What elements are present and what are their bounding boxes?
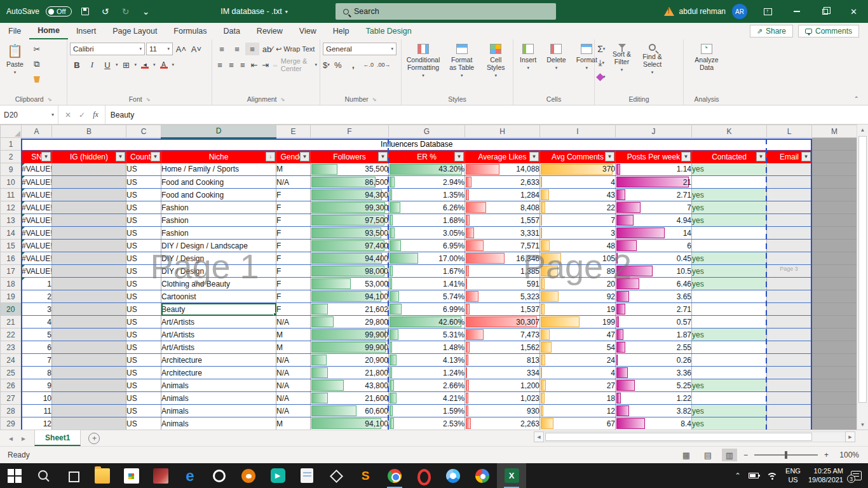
table-header-ig-hidden-[interactable]: IG (hidden)▼ — [52, 151, 126, 163]
column-header-I[interactable]: I — [540, 125, 616, 138]
cancel-entry-icon[interactable]: ✕ — [65, 111, 71, 119]
table-header-contacted[interactable]: Contacted▼ — [692, 151, 767, 163]
cell[interactable]: 2.55 — [616, 341, 692, 354]
cell-gender[interactable]: N/A — [276, 354, 311, 367]
cell-ig[interactable] — [52, 189, 126, 201]
table-header-followers[interactable]: Followers▼ — [311, 151, 389, 163]
column-header-H[interactable]: H — [465, 125, 540, 138]
row-header-21[interactable]: 21 — [1, 316, 22, 329]
cell-niche[interactable]: DIY / Design / Landscape — [161, 240, 276, 252]
cell[interactable] — [812, 176, 857, 189]
font-size-select[interactable]: 11▾ — [146, 43, 173, 55]
cell-country[interactable]: US — [126, 303, 161, 316]
decrease-font-button[interactable]: A˅ — [189, 43, 203, 55]
cell-country[interactable]: US — [126, 163, 161, 176]
cell-niche[interactable]: Architecture — [161, 354, 276, 367]
borders-button[interactable]: ⊞ — [119, 58, 133, 71]
cell[interactable] — [812, 392, 857, 405]
cell-niche[interactable]: DIY / Design — [161, 265, 276, 278]
chrome-taskbar-button[interactable] — [380, 463, 409, 488]
cell[interactable]: 8.4 — [616, 417, 692, 430]
cell[interactable]: 97,400 — [311, 240, 389, 252]
cell-sn[interactable]: 9 — [22, 379, 52, 392]
cell-sn[interactable]: 3 — [22, 303, 52, 316]
cell-ig[interactable] — [52, 354, 126, 367]
cell[interactable]: 3.82 — [616, 405, 692, 417]
comments-button[interactable]: Comments — [798, 25, 859, 37]
row-header-11[interactable]: 11 — [1, 189, 22, 201]
clear-button[interactable]: ▾ — [597, 71, 606, 83]
zoom-slider[interactable] — [754, 454, 818, 456]
table-header-er-[interactable]: ER %▼ — [389, 151, 465, 163]
row-header-16[interactable]: 16 — [1, 252, 22, 265]
restore-button[interactable] — [811, 0, 839, 23]
normal-view-button[interactable]: ▦ — [679, 449, 694, 461]
cell[interactable]: 3 — [540, 227, 616, 240]
cell-gender[interactable]: F — [276, 189, 311, 201]
sublime-text-taskbar-button[interactable]: S — [351, 463, 380, 488]
cell-email[interactable] — [767, 189, 812, 201]
row-header-17[interactable]: 17 — [1, 265, 22, 278]
fill-color-button[interactable]: ◂ — [138, 58, 152, 71]
row-header-27[interactable]: 27 — [1, 392, 22, 405]
row-header-25[interactable]: 25 — [1, 367, 22, 379]
cell-contacted[interactable]: yes — [692, 417, 767, 430]
cell[interactable]: 22 — [540, 201, 616, 214]
row-header-23[interactable]: 23 — [1, 341, 22, 354]
cell-email[interactable] — [767, 201, 812, 214]
table-header-average-likes[interactable]: Average Likes▼ — [465, 151, 540, 163]
cell[interactable]: 334 — [465, 367, 540, 379]
cell-country[interactable]: US — [126, 329, 161, 341]
cell-contacted[interactable] — [692, 240, 767, 252]
cell-email[interactable] — [767, 367, 812, 379]
row-header-13[interactable]: 13 — [1, 214, 22, 227]
cell[interactable]: 591 — [465, 278, 540, 290]
insert-cells-button[interactable]: Insert▾ — [516, 41, 540, 93]
cell-country[interactable]: US — [126, 367, 161, 379]
cell-sn[interactable]: 2 — [22, 290, 52, 303]
cell[interactable] — [812, 417, 857, 430]
filter-dropdown-icon[interactable]: ▼ — [378, 152, 388, 161]
cell-gender[interactable]: F — [276, 265, 311, 278]
undo-button[interactable]: ↺ — [98, 4, 112, 18]
cell[interactable]: 1,562 — [465, 341, 540, 354]
cell-ig[interactable] — [52, 316, 126, 329]
google-app-taskbar-button[interactable] — [468, 463, 497, 488]
table-header-niche[interactable]: Niche↓ — [161, 151, 276, 163]
cell[interactable]: 43.20% — [389, 163, 465, 176]
alignment-dialog-launcher[interactable]: ⇘ — [281, 97, 285, 102]
cell[interactable]: 4.94 — [616, 214, 692, 227]
task-view-taskbar-button[interactable] — [58, 463, 88, 488]
cell-gender[interactable]: N/A — [276, 316, 311, 329]
unity-taskbar-button[interactable] — [322, 463, 351, 488]
cell-niche[interactable]: Animals — [161, 379, 276, 392]
cell-ig[interactable] — [52, 278, 126, 290]
cell-gender[interactable]: N/A — [276, 176, 311, 189]
filter-dropdown-icon[interactable]: ▼ — [801, 152, 811, 161]
cell-niche[interactable]: Food and Cooking — [161, 176, 276, 189]
cell[interactable] — [812, 303, 857, 316]
align-middle-button[interactable]: ≡ — [230, 43, 244, 55]
cell-gender[interactable]: N/A — [276, 367, 311, 379]
page-layout-view-button[interactable]: ▤ — [700, 449, 715, 461]
cell-contacted[interactable] — [692, 392, 767, 405]
cell-contacted[interactable]: yes — [692, 329, 767, 341]
tab-insert[interactable]: Insert — [68, 23, 104, 39]
tab-review[interactable]: Review — [248, 23, 291, 39]
cell-country[interactable]: US — [126, 265, 161, 278]
cell-ig[interactable] — [52, 303, 126, 316]
cell[interactable]: 94,300 — [311, 189, 389, 201]
column-header-E[interactable]: E — [276, 125, 311, 138]
cell[interactable]: 29,800 — [311, 316, 389, 329]
cell-sn[interactable]: #VALUE! — [22, 201, 52, 214]
row-header-1[interactable]: 1 — [1, 138, 22, 151]
filter-dropdown-icon[interactable]: ▼ — [454, 152, 464, 161]
redo-button[interactable]: ↻ — [119, 4, 133, 18]
cell-gender[interactable]: F — [276, 227, 311, 240]
cell[interactable]: 2.71 — [616, 303, 692, 316]
cell[interactable]: 1.48% — [389, 341, 465, 354]
prev-sheet-arrow[interactable]: ◂ — [9, 434, 13, 443]
cell-gender[interactable]: F — [276, 240, 311, 252]
column-header-C[interactable]: C — [126, 125, 161, 138]
cell[interactable] — [812, 201, 857, 214]
